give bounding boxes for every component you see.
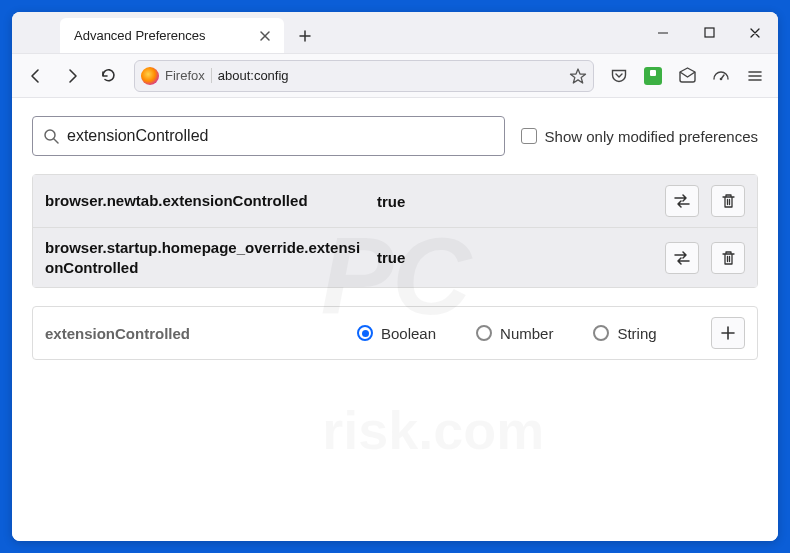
app-menu-button[interactable] — [740, 61, 770, 91]
radio-string[interactable]: String — [593, 325, 656, 342]
pref-search-input[interactable]: extensionControlled — [32, 116, 505, 156]
browser-tab[interactable]: Advanced Preferences — [60, 18, 284, 53]
pref-row[interactable]: browser.newtab.extensionControlled true — [33, 175, 757, 227]
identity-label: Firefox — [165, 68, 212, 83]
reload-button[interactable] — [92, 60, 124, 92]
toggle-button[interactable] — [665, 185, 699, 217]
pref-name: browser.newtab.extensionControlled — [45, 191, 365, 211]
radio-icon — [593, 325, 609, 341]
show-modified-label: Show only modified preferences — [545, 128, 758, 145]
maximize-button[interactable] — [686, 12, 732, 54]
delete-button[interactable] — [711, 185, 745, 217]
radio-label: String — [617, 325, 656, 342]
titlebar: Advanced Preferences — [12, 12, 778, 54]
new-tab-button[interactable] — [290, 18, 320, 53]
pref-list: browser.newtab.extensionControlled true … — [32, 174, 758, 288]
minimize-button[interactable] — [640, 12, 686, 54]
pref-row[interactable]: browser.startup.homepage_override.extens… — [33, 227, 757, 287]
toggle-button[interactable] — [665, 242, 699, 274]
nav-toolbar: Firefox about:config — [12, 54, 778, 98]
search-value: extensionControlled — [67, 127, 208, 145]
radio-number[interactable]: Number — [476, 325, 553, 342]
checkbox-icon — [521, 128, 537, 144]
dashboard-icon[interactable] — [706, 61, 736, 91]
show-modified-checkbox[interactable]: Show only modified preferences — [521, 128, 758, 145]
search-icon — [43, 128, 59, 144]
extension-icon[interactable] — [638, 61, 668, 91]
tab-title: Advanced Preferences — [74, 28, 206, 43]
content-area: PC risk.com extensionControlled Show onl… — [12, 98, 778, 541]
new-pref-row: extensionControlled Boolean Number Strin… — [32, 306, 758, 360]
back-button[interactable] — [20, 60, 52, 92]
radio-icon — [476, 325, 492, 341]
pref-value: true — [377, 193, 653, 210]
window-controls — [640, 12, 778, 53]
forward-button[interactable] — [56, 60, 88, 92]
delete-button[interactable] — [711, 242, 745, 274]
url-text: about:config — [218, 68, 563, 83]
radio-label: Boolean — [381, 325, 436, 342]
svg-rect-0 — [705, 28, 714, 37]
bookmark-star-icon[interactable] — [569, 67, 587, 85]
url-bar[interactable]: Firefox about:config — [134, 60, 594, 92]
add-pref-button[interactable] — [711, 317, 745, 349]
close-window-button[interactable] — [732, 12, 778, 54]
new-pref-name: extensionControlled — [45, 325, 345, 342]
radio-label: Number — [500, 325, 553, 342]
pocket-icon[interactable] — [604, 61, 634, 91]
type-options: Boolean Number String — [357, 325, 699, 342]
firefox-logo-icon — [141, 67, 159, 85]
pref-value: true — [377, 249, 653, 266]
watermark-sub: risk.com — [322, 399, 544, 461]
mail-icon[interactable] — [672, 61, 702, 91]
radio-icon — [357, 325, 373, 341]
radio-boolean[interactable]: Boolean — [357, 325, 436, 342]
pref-name: browser.startup.homepage_override.extens… — [45, 238, 365, 277]
close-tab-button[interactable] — [256, 27, 274, 45]
